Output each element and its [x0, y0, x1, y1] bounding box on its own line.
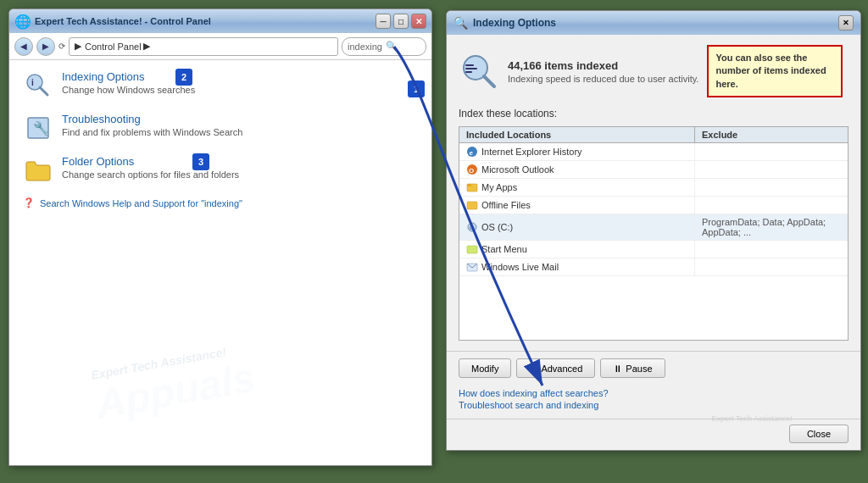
search-icon: 🔍 — [386, 41, 398, 52]
indexing-options-icon: i — [23, 70, 53, 101]
dialog-titlebar: 🔍 Indexing Options ✕ — [447, 11, 860, 35]
address-bar: ◀ ▶ ⟳ ▶ Control Panel ▶ indexing 🔍 — [9, 33, 431, 60]
folder-options-item[interactable]: Folder Options Change search options for… — [23, 155, 418, 186]
maximize-button[interactable]: □ — [393, 14, 409, 29]
items-indexed-count: 44,166 items indexed — [508, 59, 698, 72]
table-row[interactable]: O Microsoft Outlook — [459, 161, 848, 179]
troubleshooting-subtitle: Find and fix problems with Windows Searc… — [62, 127, 242, 137]
row-exclude — [695, 247, 848, 252]
minimize-button[interactable]: ─ — [376, 14, 391, 29]
modify-button[interactable]: Modify — [459, 358, 511, 378]
row-included: e Internet Explorer History — [459, 143, 695, 160]
svg-rect-9 — [465, 71, 472, 73]
indexing-options-item[interactable]: i Indexing Options Change how Windows se… — [23, 70, 418, 101]
myapps-label: My Apps — [481, 182, 517, 192]
svg-rect-16 — [467, 202, 477, 209]
dialog-links: How does indexing affect searches? Troub… — [447, 385, 860, 419]
row-included: Windows Live Mail — [459, 258, 695, 275]
table-row[interactable]: e Internet Explorer History — [459, 143, 848, 161]
close-window-button[interactable]: ✕ — [411, 14, 426, 29]
troubleshooting-item[interactable]: 🔧 Troubleshooting Find and fix problems … — [23, 113, 418, 143]
address-label: ▶ — [75, 41, 81, 52]
troubleshooting-icon: 🔧 — [23, 113, 53, 143]
folder-options-text: Folder Options Change search options for… — [62, 155, 239, 180]
how-indexing-link[interactable]: How does indexing affect searches? — [459, 388, 849, 398]
folder-options-title[interactable]: Folder Options — [62, 155, 239, 168]
svg-text:O: O — [469, 167, 474, 175]
row-exclude — [695, 167, 848, 172]
window-content: i Indexing Options Change how Windows se… — [9, 60, 431, 465]
wlm-label: Windows Live Mail — [481, 262, 559, 272]
dialog-action-buttons: Modify ⚙ Advanced ⏸ Pause — [447, 351, 860, 385]
indexing-speed-text: Indexing speed is reduced due to user ac… — [508, 74, 698, 84]
indexing-status-row: 44,166 items indexed Indexing speed is r… — [459, 45, 849, 97]
startmenu-label: Start Menu — [481, 244, 527, 254]
annotation-3: 3 — [192, 153, 209, 170]
troubleshooting-title[interactable]: Troubleshooting — [62, 113, 242, 125]
advanced-button[interactable]: ⚙ Advanced — [516, 358, 595, 378]
search-box[interactable]: indexing 🔍 — [342, 37, 426, 56]
dialog-close-x-button[interactable]: ✕ — [838, 15, 854, 31]
left-titlebar: 🌐 Expert Tech Assistance! - Control Pane… — [9, 9, 431, 33]
row-included: C: OS (C:) — [459, 219, 695, 236]
folder-options-icon — [23, 155, 53, 186]
row-exclude — [695, 149, 848, 154]
os-label: OS (C:) — [481, 222, 513, 232]
troubleshoot-link[interactable]: Troubleshoot search and indexing — [459, 400, 849, 410]
outlook-icon: O — [466, 164, 478, 175]
locations-header: Included Locations Exclude — [459, 127, 848, 143]
tooltip-text: You can also see the number of items ind… — [715, 53, 826, 89]
row-included: Offline Files — [459, 197, 695, 214]
row-included: Start Menu — [459, 241, 695, 258]
pause-icon: ⏸ — [613, 364, 622, 374]
svg-text:🔧: 🔧 — [33, 120, 50, 136]
table-row[interactable]: C: OS (C:) ProgramData; Data; AppData; A… — [459, 214, 848, 241]
ie-icon: e — [466, 146, 478, 158]
row-included: My Apps — [459, 179, 695, 196]
advanced-label: Advanced — [541, 364, 582, 374]
address-text: Control Panel — [85, 42, 142, 52]
svg-rect-19 — [467, 246, 477, 253]
row-exclude — [695, 185, 848, 190]
indexing-status-icon — [459, 51, 499, 92]
svg-text:i: i — [31, 78, 34, 87]
close-dialog-button[interactable]: Close — [789, 425, 849, 443]
startmenu-icon — [466, 243, 478, 255]
row-exclude — [695, 264, 848, 269]
folder-options-subtitle: Change search options for files and fold… — [62, 169, 239, 180]
indexing-options-subtitle: Change how Windows searches — [62, 85, 195, 95]
help-icon: ❓ — [23, 197, 35, 208]
address-path[interactable]: ▶ Control Panel ▶ — [69, 37, 338, 56]
annotation-1: 1 — [408, 80, 425, 97]
pause-button[interactable]: ⏸ Pause — [600, 358, 665, 378]
svg-rect-7 — [465, 64, 474, 66]
tooltip-box: You can also see the number of items ind… — [707, 45, 843, 97]
myapps-icon — [466, 181, 478, 193]
row-exclude — [695, 203, 848, 208]
included-locations-header: Included Locations — [459, 127, 695, 142]
table-row[interactable]: My Apps — [459, 179, 848, 197]
exclude-header: Exclude — [695, 127, 848, 142]
left-window-title: Expert Tech Assistance! - Control Panel — [35, 16, 211, 26]
table-row[interactable]: Windows Live Mail — [459, 258, 848, 276]
back-button[interactable]: ◀ — [14, 37, 33, 56]
table-row[interactable]: Offline Files — [459, 197, 848, 214]
forward-button[interactable]: ▶ — [36, 37, 55, 56]
advanced-icon: ⚙ — [529, 363, 537, 374]
address-chevron: ▶ — [143, 41, 150, 52]
locations-table: Included Locations Exclude e Internet Ex… — [459, 126, 849, 341]
annotation-2: 2 — [175, 69, 192, 86]
dialog-title-icon: 🔍 — [453, 16, 468, 30]
titlebar-left: 🌐 Expert Tech Assistance! - Control Pane… — [14, 14, 211, 30]
svg-rect-15 — [467, 184, 471, 186]
troubleshooting-text: Troubleshooting Find and fix problems wi… — [62, 113, 242, 137]
indexing-status-text: 44,166 items indexed Indexing speed is r… — [508, 59, 698, 84]
help-link[interactable]: ❓ Search Windows Help and Support for "i… — [23, 197, 418, 208]
dialog-footer: Expert Tech Assistance! Close — [447, 419, 860, 450]
pause-label: Pause — [626, 364, 652, 374]
table-row[interactable]: Start Menu — [459, 241, 848, 258]
outlook-label: Microsoft Outlook — [481, 164, 554, 175]
control-panel-window: 🌐 Expert Tech Assistance! - Control Pane… — [8, 8, 432, 466]
refresh-icon[interactable]: ⟳ — [58, 42, 65, 51]
dialog-content: 44,166 items indexed Indexing speed is r… — [447, 35, 860, 351]
